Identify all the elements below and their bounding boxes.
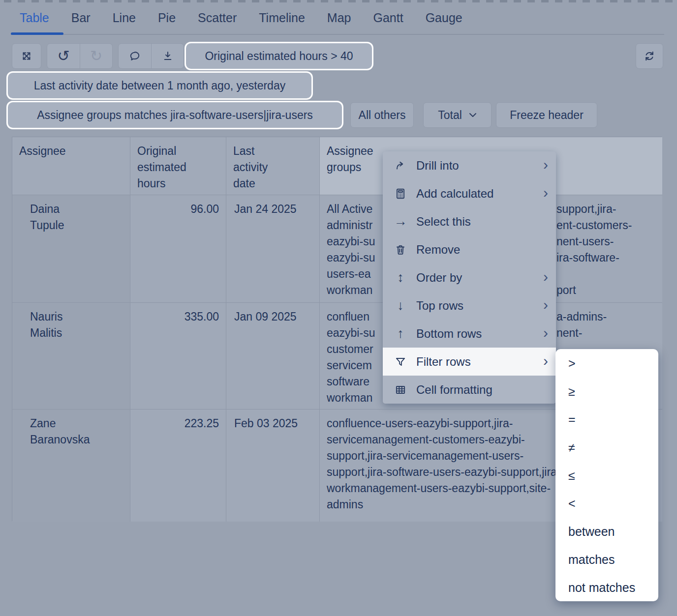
chart-type-tabs: Table Bar Line Pie Scatter Timeline Map …: [20, 11, 462, 25]
expand-icon: [20, 50, 33, 62]
row-header-assignee[interactable]: Daina Tupule: [12, 195, 130, 303]
undo-redo-group: ↺ ↻: [47, 43, 113, 69]
arrow-right-icon: →: [393, 214, 408, 229]
menu-item-select-this[interactable]: → Select this: [383, 207, 556, 235]
groups-text-left: All Active administr eazybi-su eazybi-su…: [327, 201, 375, 298]
groups-text-right: a-admins- nent-: [556, 309, 607, 341]
tab-gantt[interactable]: Gantt: [373, 11, 403, 25]
menu-item-remove[interactable]: Remove: [383, 235, 556, 264]
menu-item-label: Add calculated: [416, 187, 543, 201]
funnel-icon: [393, 355, 408, 368]
download-button[interactable]: [151, 44, 184, 68]
download-icon: [161, 50, 174, 62]
cell-estimated-hours[interactable]: 223.25: [130, 410, 226, 522]
total-label: Total: [438, 109, 462, 122]
menu-item-label: Order by: [416, 271, 543, 285]
menu-item-label: Remove: [416, 243, 548, 257]
redo-icon: ↻: [90, 49, 102, 63]
arrow-down-icon: ↓: [393, 298, 408, 313]
comment-button[interactable]: [119, 44, 151, 68]
cell-last-activity-date[interactable]: Feb 03 2025: [226, 410, 320, 522]
chevron-right-icon: ›: [543, 269, 548, 286]
filter-chip-label: Last activity date between 1 month ago, …: [34, 79, 285, 92]
tab-map[interactable]: Map: [327, 11, 351, 25]
menu-item-top-rows[interactable]: ↓ Top rows ›: [383, 292, 556, 320]
tab-gauge[interactable]: Gauge: [426, 11, 462, 25]
filter-chip-assignee-groups[interactable]: Assignee groups matches jira-software-us…: [8, 102, 342, 128]
undo-button[interactable]: ↺: [47, 44, 80, 68]
chevron-right-icon: ›: [543, 325, 548, 342]
menu-item-add-calculated[interactable]: Add calculated ›: [383, 179, 556, 207]
tab-pie[interactable]: Pie: [158, 11, 176, 25]
menu-item-label: Top rows: [416, 299, 543, 313]
filter-chip-last-activity[interactable]: Last activity date between 1 month ago, …: [8, 73, 311, 98]
submenu-item-less-than[interactable]: <: [555, 490, 658, 518]
chevron-right-icon: ›: [543, 297, 548, 314]
table-grid-icon: [393, 383, 408, 396]
chevron-right-icon: ›: [543, 185, 548, 202]
tab-timeline[interactable]: Timeline: [259, 11, 305, 25]
submenu-item-not-equal[interactable]: ≠: [555, 434, 658, 462]
submenu-item-matches[interactable]: matches: [555, 546, 658, 574]
menu-item-label: Filter rows: [416, 355, 543, 369]
all-others-label: All others: [359, 109, 406, 122]
all-others-button[interactable]: All others: [350, 102, 414, 128]
groups-text: confluence-users-eazybi-support,jira- se…: [327, 415, 561, 513]
filter-chip-label: Assignee groups matches jira-software-us…: [37, 109, 313, 122]
comment-download-group: [118, 43, 184, 69]
column-header-last-activity-date[interactable]: Last activity date: [226, 137, 320, 195]
menu-item-drill-into[interactable]: Drill into ›: [383, 151, 556, 179]
active-tab-underline: [11, 32, 63, 35]
redo-button[interactable]: ↻: [80, 44, 112, 68]
menu-item-bottom-rows[interactable]: ↑ Bottom rows ›: [383, 320, 556, 348]
cell-last-activity-date[interactable]: Jan 24 2025: [226, 195, 320, 303]
drop-zone-dashed-border: [4, 0, 673, 2]
total-dropdown[interactable]: Total: [423, 102, 492, 128]
tab-line[interactable]: Line: [113, 11, 136, 25]
context-menu: Drill into › Add calculated › → Sel: [383, 151, 556, 404]
chevron-right-icon: ›: [543, 157, 548, 174]
tab-table[interactable]: Table: [20, 11, 49, 25]
cell-estimated-hours[interactable]: 335.00: [130, 303, 226, 410]
submenu-item-equal[interactable]: =: [555, 406, 658, 434]
report-page: Table Bar Line Pie Scatter Timeline Map …: [0, 0, 677, 616]
cell-estimated-hours[interactable]: 96.00: [130, 195, 226, 303]
tab-scatter[interactable]: Scatter: [198, 11, 237, 25]
freeze-header-label: Freeze header: [510, 109, 584, 122]
menu-item-label: Cell formatting: [416, 383, 548, 397]
menu-item-label: Select this: [416, 215, 548, 229]
menu-item-order-by[interactable]: ↕ Order by ›: [383, 264, 556, 292]
drill-into-icon: [393, 159, 408, 172]
comment-icon: [128, 50, 141, 62]
tab-bar[interactable]: Bar: [71, 11, 91, 25]
submenu-item-not-matches[interactable]: not matches: [555, 574, 658, 602]
menu-item-filter-rows[interactable]: Filter rows ›: [383, 348, 556, 376]
tabs-divider: [11, 34, 664, 35]
column-header-original-estimated-hours[interactable]: Original estimated hours: [130, 137, 226, 195]
expand-button[interactable]: [12, 43, 41, 69]
column-header-assignee[interactable]: Assignee: [12, 137, 130, 195]
arrow-up-down-icon: ↕: [393, 270, 408, 285]
submenu-item-between[interactable]: between: [555, 518, 658, 546]
submenu-item-less-or-equal[interactable]: ≤: [555, 462, 658, 490]
chevron-right-icon: ›: [543, 353, 548, 370]
menu-item-cell-formatting[interactable]: Cell formatting: [383, 376, 556, 404]
menu-item-label: Drill into: [416, 159, 543, 173]
filter-operators-submenu: > ≥ = ≠ ≤ < between matches not matches: [555, 349, 658, 601]
undo-icon: ↺: [57, 49, 69, 63]
filter-chip-estimated-hours[interactable]: Original estimated hours > 40: [186, 43, 372, 69]
row-header-assignee[interactable]: Zane Baranovska: [12, 410, 130, 522]
trash-icon: [393, 243, 408, 256]
chevron-down-icon: [469, 113, 477, 117]
menu-item-label: Bottom rows: [416, 327, 543, 341]
submenu-item-greater-than[interactable]: >: [555, 350, 658, 378]
arrow-up-icon: ↑: [393, 326, 408, 341]
submenu-item-greater-or-equal[interactable]: ≥: [555, 378, 658, 406]
groups-text-left: confluen eazybi-su customer servicem sof…: [327, 309, 375, 406]
cell-last-activity-date[interactable]: Jan 09 2025: [226, 303, 320, 410]
calculator-icon: [393, 187, 408, 200]
refresh-button[interactable]: [636, 43, 663, 69]
row-header-assignee[interactable]: Nauris Malitis: [12, 303, 130, 410]
freeze-header-button[interactable]: Freeze header: [496, 102, 597, 128]
groups-text-right: support,jira- ent-customers- nent-users-…: [556, 201, 632, 298]
